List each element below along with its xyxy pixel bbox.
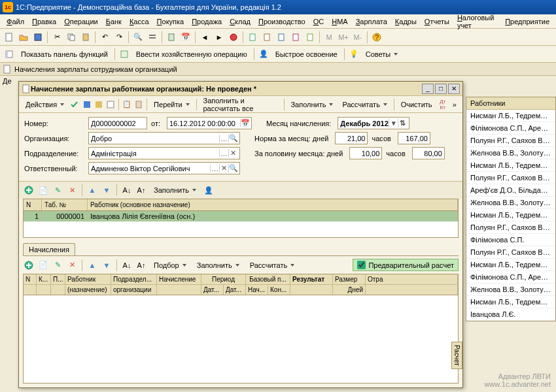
menu-bank[interactable]: Банк	[102, 16, 126, 27]
menu-edit[interactable]: Правка	[28, 16, 60, 27]
sidebar-item[interactable]: Желнова В.В., Золотухін О	[466, 147, 555, 159]
panel-icon[interactable]	[3, 48, 16, 61]
open-icon[interactable]: 🔍	[228, 164, 237, 172]
half-days-input[interactable]	[349, 147, 382, 159]
sidebar-item[interactable]: Філімонова С.П., Ареф'єв	[466, 122, 555, 135]
edit-row-icon[interactable]: ✎	[52, 184, 63, 196]
sidebar-item[interactable]: Нисман Л.Б., Тедремаа Т.	[466, 209, 555, 221]
show-panel-button[interactable]: Показать панель функций	[17, 49, 112, 59]
paste-icon[interactable]	[79, 31, 92, 44]
post-icon[interactable]	[94, 98, 104, 111]
grid-fill-button[interactable]: Заполнить	[150, 185, 200, 195]
ellipsis-icon[interactable]: …	[219, 150, 228, 157]
sidebar-item[interactable]: Полуян Р.Г., Саяхов В.В.,	[466, 172, 555, 184]
sort-desc-icon[interactable]: A↑	[135, 259, 147, 271]
copy-row-icon[interactable]: 📄	[37, 259, 49, 271]
new-doc-icon[interactable]	[3, 31, 16, 44]
m-icon[interactable]: M	[322, 31, 336, 44]
menu-operations[interactable]: Операции	[60, 16, 101, 27]
minimize-button[interactable]: _	[422, 84, 434, 94]
move-down-icon[interactable]: ▼	[101, 259, 113, 271]
menu-hr[interactable]: Кадры	[391, 16, 421, 27]
pick-button[interactable]: Подбор	[150, 260, 190, 270]
save-doc-icon[interactable]	[81, 98, 92, 111]
tab-accruals[interactable]: Начисления	[23, 243, 75, 255]
goto-button[interactable]: Перейти	[150, 99, 194, 110]
employees-grid[interactable]: N Таб. № Работник (основное назначение) …	[23, 199, 459, 238]
ellipsis-icon[interactable]: …	[219, 135, 228, 142]
report4-icon[interactable]	[289, 31, 302, 44]
calc-icon[interactable]	[165, 31, 178, 44]
date-input[interactable]: 16.12.2012 00:00:00📅	[167, 117, 252, 129]
add-row-icon[interactable]	[23, 184, 35, 196]
list-icon[interactable]	[146, 31, 159, 44]
org-input[interactable]: Добро…🔍	[88, 132, 240, 144]
help-icon[interactable]: ?	[370, 31, 383, 44]
move-up-icon[interactable]: ▲	[86, 259, 98, 271]
link-icon[interactable]	[133, 98, 144, 111]
sort-desc-icon[interactable]: A↑	[135, 184, 147, 196]
cut-icon[interactable]: ✂	[50, 31, 63, 44]
half-hours-input[interactable]	[412, 147, 445, 159]
menu-stock[interactable]: Склад	[226, 16, 254, 27]
menu-cash[interactable]: Касса	[126, 16, 153, 27]
stepper-icon[interactable]: ⇅	[398, 119, 407, 127]
basis-icon[interactable]: 📋	[122, 98, 132, 111]
resp-input[interactable]: Админенко Віктор Сергійович…✕🔍	[88, 162, 240, 174]
preliminary-calc-checkbox[interactable]: Предварительный расчет	[353, 259, 459, 271]
edit-row-icon[interactable]: ✎	[52, 259, 63, 271]
dt-kt-icon[interactable]: ДтКт	[438, 98, 448, 111]
move-down-icon[interactable]: ▼	[101, 184, 113, 196]
menu-production[interactable]: Производство	[254, 16, 309, 27]
delete-row-icon[interactable]: ✕	[66, 259, 78, 271]
report1-icon[interactable]	[246, 31, 259, 44]
menu-os[interactable]: ОС	[309, 16, 328, 27]
delete-row-icon[interactable]: ✕	[66, 184, 78, 196]
sidebar-item[interactable]: Філімонова С.П.	[466, 234, 555, 246]
sidebar-item[interactable]: Іванцова Л.Є.	[466, 308, 555, 321]
menu-purchase[interactable]: Покупка	[153, 16, 188, 27]
clear-icon[interactable]: ✕	[219, 164, 228, 172]
add-row-icon[interactable]	[23, 259, 35, 271]
menu-tax[interactable]: Налоговый учет	[453, 12, 501, 31]
m-plus-icon[interactable]: M+	[337, 31, 350, 44]
stop-icon[interactable]	[227, 31, 240, 44]
sidebar-item[interactable]: Нисман Л.Б., Тедремаа Т.	[466, 296, 555, 308]
menu-sale[interactable]: Продажа	[188, 16, 226, 27]
fast-learn-button[interactable]: Быстрое освоение	[271, 49, 341, 59]
report2-icon[interactable]	[260, 31, 273, 44]
prelim-checkbox-input[interactable]	[357, 261, 366, 269]
person-icon[interactable]: 👤	[203, 184, 215, 196]
norm-hours-input[interactable]	[398, 132, 430, 144]
menu-nma[interactable]: НМА	[328, 16, 351, 27]
find-icon[interactable]: 🔍	[131, 31, 145, 44]
redo-icon[interactable]: ↷	[113, 31, 126, 44]
apply-icon[interactable]	[69, 98, 80, 111]
calendar-icon[interactable]: 📅	[179, 31, 192, 44]
sidebar-item[interactable]: Желнова В.В., Золотухін О	[466, 284, 555, 296]
sidebar-item[interactable]: Полуян Р.Г., Саяхов В.В.,	[466, 135, 555, 147]
clear-button[interactable]: Очистить	[397, 99, 436, 110]
move-up-icon[interactable]: ▲	[86, 184, 98, 196]
report5-icon[interactable]	[304, 31, 317, 44]
sidebar-item[interactable]: Желнова В.В., Золотухін О	[466, 197, 555, 209]
calc-button[interactable]: Рассчитать	[338, 99, 391, 110]
menu-file[interactable]: Файл	[3, 16, 28, 27]
fill-calc-all-button[interactable]: Заполнить и рассчитать все	[200, 95, 281, 114]
clear-icon[interactable]: ✕	[228, 149, 237, 157]
tips-button[interactable]: Советы	[362, 49, 402, 59]
month-select[interactable]: Декабрь 2012▾⇅	[338, 117, 409, 129]
report3-icon[interactable]	[275, 31, 288, 44]
ellipsis-icon[interactable]: …	[210, 165, 219, 172]
open-icon[interactable]: 🔍	[228, 134, 237, 142]
fast-icon[interactable]: 👤	[257, 48, 270, 61]
menu-salary[interactable]: Зарплата	[352, 16, 391, 27]
copy-icon[interactable]	[65, 31, 78, 44]
tips-icon[interactable]: 💡	[347, 48, 360, 61]
detail-fill-button[interactable]: Заполнить	[193, 260, 243, 270]
save-icon[interactable]	[31, 31, 44, 44]
sidebar-item[interactable]: Нисман Л.Б., Тедремаа Т.	[466, 259, 555, 271]
calendar-icon[interactable]: 📅	[240, 119, 249, 127]
close-button[interactable]: ✕	[448, 84, 460, 94]
enter-operation-button[interactable]: Ввести хозяйственную операцию	[132, 49, 251, 59]
